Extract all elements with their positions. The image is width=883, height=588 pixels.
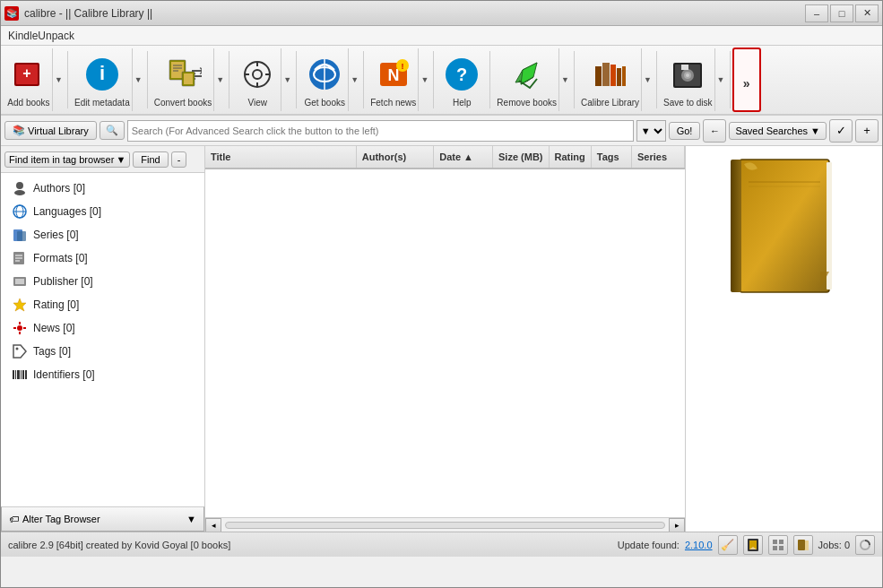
sep8 bbox=[574, 51, 575, 108]
mark-search-button[interactable]: ✓ bbox=[829, 119, 853, 143]
add-books-button[interactable]: + Add books ▼ bbox=[3, 48, 65, 112]
tag-browser-header: Find item in tag browser ▼ Find - bbox=[1, 146, 204, 173]
tag-item-authors[interactable]: Authors [0] bbox=[1, 177, 204, 200]
update-version-link[interactable]: 2.10.0 bbox=[685, 540, 713, 550]
edit-metadata-main[interactable]: i Edit metadata bbox=[71, 48, 132, 111]
hscroll[interactable]: ◂ ▸ bbox=[205, 517, 685, 532]
convert-books-button[interactable]: ⇄ Convert books ▼ bbox=[150, 48, 227, 112]
find-button[interactable]: Find bbox=[133, 151, 168, 168]
hscroll-right[interactable]: ▸ bbox=[669, 518, 685, 532]
view-main[interactable]: View bbox=[232, 48, 281, 111]
view-dropdown[interactable]: ▼ bbox=[281, 48, 293, 111]
tag-item-news[interactable]: News [0] bbox=[1, 316, 204, 340]
remove-books-main[interactable]: Remove books bbox=[493, 48, 558, 111]
save-to-disk-main[interactable]: Save to disk bbox=[660, 48, 714, 111]
edit-metadata-label: Edit metadata bbox=[74, 98, 130, 108]
col-header-author[interactable]: Author(s) bbox=[357, 146, 434, 168]
col-header-date[interactable]: Date ▲ bbox=[434, 146, 493, 168]
search-icon: 🔍 bbox=[106, 125, 118, 135]
help-button[interactable]: ? Help bbox=[436, 48, 488, 112]
get-books-dropdown[interactable]: ▼ bbox=[348, 48, 360, 111]
advanced-search-button[interactable]: 🔍 bbox=[100, 121, 125, 140]
titlebar-left: 📚 calibre - || Calibre Library || bbox=[4, 6, 152, 21]
go-button[interactable]: Go! bbox=[669, 122, 701, 140]
add-books-main[interactable]: + Add books bbox=[4, 48, 52, 111]
svg-rect-45 bbox=[17, 231, 26, 241]
col-header-series[interactable]: Series bbox=[632, 146, 685, 168]
clear-search-button[interactable]: ← bbox=[703, 119, 726, 143]
saved-searches-button[interactable]: Saved Searches ▼ bbox=[729, 122, 827, 140]
alter-tag-browser-button[interactable]: 🏷 Alter Tag Browser ▼ bbox=[1, 506, 204, 532]
calibre-library-main[interactable]: Calibre Library bbox=[577, 48, 641, 111]
col-header-rating[interactable]: Rating bbox=[550, 146, 592, 168]
calibre-library-dropdown[interactable]: ▼ bbox=[641, 48, 654, 111]
tag-item-languages[interactable]: Languages [0] bbox=[1, 200, 204, 223]
titlebar: 📚 calibre - || Calibre Library || – □ ✕ bbox=[1, 1, 882, 26]
minimize-button[interactable]: – bbox=[805, 4, 828, 22]
svg-rect-78 bbox=[805, 540, 809, 550]
svg-rect-74 bbox=[779, 540, 783, 544]
sep10 bbox=[730, 51, 731, 108]
col-header-size[interactable]: Size (MB) bbox=[493, 146, 550, 168]
save-to-disk-icon bbox=[666, 53, 709, 96]
tag-item-identifiers[interactable]: Identifiers [0] bbox=[1, 363, 204, 386]
add-books-dropdown[interactable]: ▼ bbox=[52, 48, 65, 111]
svg-point-37 bbox=[686, 74, 689, 77]
add-books-icon: + bbox=[7, 53, 50, 96]
tag-item-formats[interactable]: Formats [0] bbox=[1, 246, 204, 270]
search-type-select[interactable]: ▼ bbox=[636, 120, 666, 142]
book-list-panel: TitleAuthor(s)Date ▲Size (MB)RatingTagsS… bbox=[205, 146, 685, 532]
collapse-button[interactable]: - bbox=[171, 151, 187, 168]
sep4 bbox=[296, 51, 297, 108]
get-books-main[interactable]: Get books bbox=[299, 48, 348, 111]
grid-view-button[interactable] bbox=[768, 535, 788, 555]
view-button[interactable]: View ▼ bbox=[231, 48, 294, 112]
publisher-label: Publisher [0] bbox=[33, 275, 93, 288]
main-area: Find item in tag browser ▼ Find - Author… bbox=[1, 146, 882, 532]
help-icon: ? bbox=[440, 53, 483, 96]
svg-rect-66 bbox=[731, 160, 741, 292]
tag-item-rating[interactable]: Rating [0] bbox=[1, 293, 204, 316]
tag-list: Authors [0]Languages [0]Series [0]Format… bbox=[1, 173, 204, 506]
sep9 bbox=[656, 51, 657, 108]
remove-books-dropdown[interactable]: ▼ bbox=[558, 48, 571, 111]
maximize-button[interactable]: □ bbox=[830, 4, 853, 22]
convert-books-dropdown[interactable]: ▼ bbox=[213, 48, 226, 111]
tag-item-series[interactable]: Series [0] bbox=[1, 223, 204, 246]
search-input[interactable] bbox=[127, 120, 634, 142]
fetch-news-main[interactable]: N ! Fetch news bbox=[367, 48, 418, 111]
calibre-library-button[interactable]: Calibre Library ▼ bbox=[576, 48, 654, 112]
eraser-button[interactable]: 🧹 bbox=[718, 535, 738, 555]
add-search-button[interactable]: + bbox=[855, 119, 879, 143]
more-icon: » bbox=[738, 62, 756, 105]
hscroll-track[interactable] bbox=[225, 522, 665, 529]
fetch-news-button[interactable]: N ! Fetch news ▼ bbox=[366, 48, 431, 112]
virtual-library-icon: 📚 bbox=[13, 125, 25, 136]
save-to-disk-button[interactable]: Save to disk ▼ bbox=[659, 48, 727, 112]
remove-books-icon bbox=[506, 53, 549, 96]
fetch-news-dropdown[interactable]: ▼ bbox=[418, 48, 430, 111]
more-button[interactable]: » bbox=[732, 48, 761, 112]
svg-rect-67 bbox=[827, 162, 832, 290]
find-item-dropdown[interactable]: Find item in tag browser ▼ bbox=[4, 151, 130, 168]
edit-metadata-button[interactable]: i Edit metadata ▼ bbox=[70, 48, 145, 112]
col-header-title[interactable]: Title bbox=[205, 146, 357, 168]
book-cover-button[interactable] bbox=[793, 535, 813, 555]
remove-books-button[interactable]: Remove books ▼ bbox=[492, 48, 572, 112]
close-button[interactable]: ✕ bbox=[855, 4, 879, 22]
get-books-button[interactable]: Get books ▼ bbox=[299, 48, 361, 112]
tag-item-tags[interactable]: Tags [0] bbox=[1, 340, 204, 363]
convert-books-main[interactable]: ⇄ Convert books bbox=[151, 48, 213, 111]
identifiers-icon bbox=[12, 367, 28, 383]
jobs-spinner[interactable] bbox=[855, 535, 875, 555]
virtual-library-button[interactable]: 📚 Virtual Library bbox=[4, 121, 97, 140]
col-header-tags[interactable]: Tags bbox=[592, 146, 632, 168]
svg-rect-61 bbox=[17, 370, 20, 379]
svg-text:+: + bbox=[22, 65, 30, 81]
hscroll-left[interactable]: ◂ bbox=[205, 518, 221, 532]
tag-item-publisher[interactable]: Publisher [0] bbox=[1, 270, 204, 293]
edit-metadata-dropdown[interactable]: ▼ bbox=[132, 48, 144, 111]
book-mark-button[interactable] bbox=[743, 535, 763, 555]
sep7 bbox=[489, 51, 490, 108]
save-to-disk-dropdown[interactable]: ▼ bbox=[714, 48, 727, 111]
